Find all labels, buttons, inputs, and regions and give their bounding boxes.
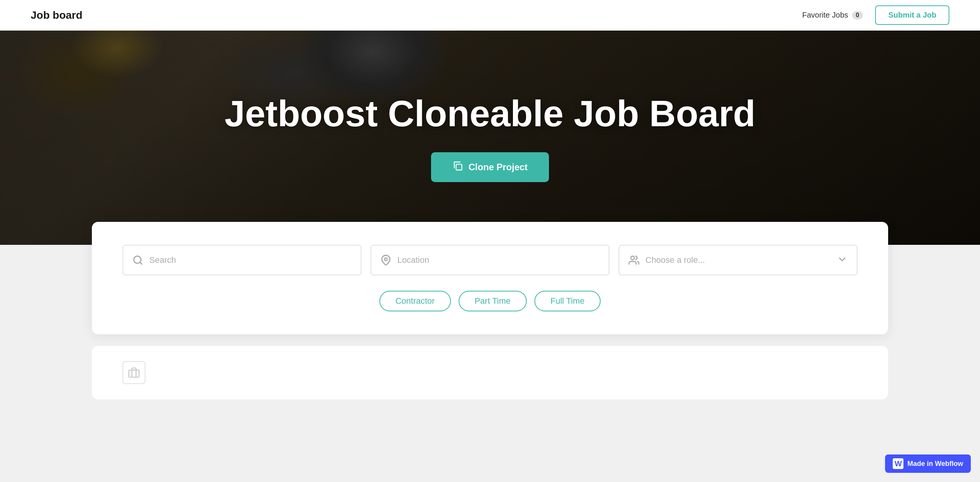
svg-rect-0 bbox=[456, 164, 462, 170]
location-icon bbox=[381, 255, 391, 265]
search-icon bbox=[132, 255, 143, 265]
hero-content: Jetboost Cloneable Job Board Clone Proje… bbox=[225, 93, 756, 182]
bottom-card-peek bbox=[92, 346, 888, 399]
svg-point-4 bbox=[631, 256, 634, 260]
search-field-wrap bbox=[122, 245, 361, 275]
hero-section: Jetboost Cloneable Job Board Clone Proje… bbox=[0, 31, 980, 245]
hero-title: Jetboost Cloneable Job Board bbox=[225, 93, 756, 134]
bottom-card-company-icon bbox=[122, 361, 145, 384]
chevron-down-icon bbox=[837, 254, 848, 266]
favorite-jobs-count: 0 bbox=[852, 11, 863, 20]
navbar-right: Favorite Jobs 0 Submit a Job bbox=[802, 5, 949, 25]
favorite-jobs-link[interactable]: Favorite Jobs 0 bbox=[802, 11, 863, 20]
submit-job-button[interactable]: Submit a Job bbox=[875, 5, 949, 25]
site-logo[interactable]: Job board bbox=[31, 9, 82, 21]
filter-full-time[interactable]: Full Time bbox=[534, 291, 601, 311]
filter-contractor[interactable]: Contractor bbox=[379, 291, 451, 311]
location-input[interactable] bbox=[397, 255, 599, 265]
filter-tags: Contractor Part Time Full Time bbox=[122, 291, 858, 311]
location-field-wrap bbox=[371, 245, 609, 275]
clone-project-button[interactable]: Clone Project bbox=[431, 152, 549, 182]
favorite-jobs-label: Favorite Jobs bbox=[802, 11, 848, 20]
webflow-logo: W bbox=[893, 458, 903, 469]
role-select-text: Choose a role... bbox=[645, 255, 831, 265]
search-panel: Choose a role... Contractor Part Time Fu… bbox=[92, 222, 888, 334]
filter-part-time[interactable]: Part Time bbox=[459, 291, 527, 311]
svg-rect-5 bbox=[129, 370, 139, 377]
role-icon bbox=[629, 255, 639, 265]
search-input[interactable] bbox=[149, 255, 351, 265]
webflow-badge-label: Made in Webflow bbox=[907, 460, 963, 468]
role-select-wrap[interactable]: Choose a role... bbox=[619, 245, 858, 275]
clone-icon bbox=[452, 161, 463, 174]
search-fields: Choose a role... bbox=[122, 245, 858, 275]
svg-line-2 bbox=[140, 262, 142, 264]
clone-button-label: Clone Project bbox=[469, 162, 528, 173]
svg-point-3 bbox=[385, 258, 387, 261]
navbar: Job board Favorite Jobs 0 Submit a Job bbox=[0, 0, 980, 31]
webflow-badge[interactable]: W Made in Webflow bbox=[885, 454, 971, 473]
